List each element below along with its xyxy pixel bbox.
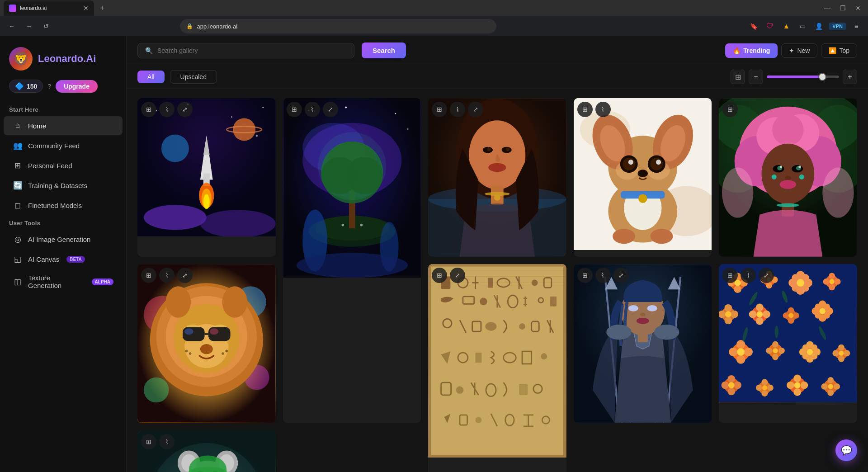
trending-button[interactable]: 🔥 Trending [725,43,778,58]
address-bar[interactable]: 🔒 app.leonardo.ai [180,19,496,33]
notification-bubble[interactable]: 💬 [835,439,857,461]
start-here-label: Start Here [0,102,126,116]
card-expand-btn-7[interactable]: ⤢ [450,268,465,283]
card-edit-btn-9[interactable]: ⌇ [741,268,756,283]
credits-amount: 150 [27,83,37,90]
svg-point-233 [744,348,753,356]
card-remix-btn-7[interactable]: ⊞ [432,268,447,283]
svg-point-66 [628,160,633,165]
gallery-card-8[interactable]: ⊞ ⌇ ⤢ [574,264,712,423]
card-edit-btn-1[interactable]: ⌇ [159,102,175,117]
upgrade-button[interactable]: Upgrade [56,80,98,93]
card-remix-btn-3[interactable]: ⊞ [432,102,447,117]
card-expand-btn-6[interactable]: ⤢ [177,268,193,283]
svg-point-135 [480,298,487,306]
tab-all[interactable]: All [137,71,165,83]
profile-button[interactable]: 👤 [812,20,825,33]
sidebar-item-community-feed[interactable]: 👥 Community Feed [4,136,123,155]
sidebar-item-texture-generation[interactable]: ◫ Texture Generation ALPHA [4,269,123,294]
card-remix-btn-6[interactable]: ⊞ [141,268,156,283]
browser-tab[interactable]: leonardo.ai ✕ [4,0,94,16]
gallery-card-10[interactable]: AI ⊞ ⌇ [137,430,276,472]
maximize-button[interactable]: ❐ [836,2,849,14]
grid-controls: ⊞ − + [731,70,857,84]
gallery-card-5[interactable]: ⊞ [719,98,857,257]
svg-point-234 [737,349,745,356]
sidebar-item-personal-feed[interactable]: ⊞ Personal Feed [4,156,123,175]
svg-rect-145 [476,353,482,363]
reload-button[interactable]: ↺ [40,20,52,33]
svg-point-199 [835,278,841,285]
card-expand-btn-8[interactable]: ⤢ [613,268,629,283]
card-remix-btn-1[interactable]: ⊞ [141,102,156,117]
tab-upscaled[interactable]: Upscaled [170,70,217,84]
sidebar-item-training-datasets[interactable]: 🔄 Training & Datasets [4,176,123,195]
svg-point-23 [407,128,408,130]
finetuned-icon: ◻ [13,200,23,210]
card-overlay-2: ⊞ ⌇ ⤢ [287,102,338,117]
svg-point-215 [788,318,794,324]
sidebar-item-home[interactable]: ⌂ Home [4,116,123,135]
brave-shield-icon[interactable]: 🛡 [764,20,776,33]
card-edit-btn-4[interactable]: ⌇ [595,102,611,117]
menu-button[interactable]: ≡ [850,20,863,33]
bookmark-button[interactable]: 🔖 [747,20,760,33]
credits-help-icon[interactable]: ? [47,83,51,90]
search-input[interactable] [157,47,347,54]
card-edit-btn-10[interactable]: ⌇ [159,434,175,449]
trending-icon: 🔥 [733,47,741,54]
sidebar-item-finetuned-label: Finetuned Models [28,202,82,209]
grid-layout-button[interactable]: ⊞ [731,70,745,84]
top-button[interactable]: 🔼 Top [821,43,857,58]
sidebar-item-finetuned-models[interactable]: ◻ Finetuned Models [4,196,123,215]
minimize-button[interactable]: — [821,2,834,14]
beta-badge: BETA [66,256,85,263]
grid-minus-button[interactable]: − [749,70,763,84]
triangle-icon[interactable]: ▲ [780,20,793,33]
svg-point-165 [628,305,638,312]
search-button[interactable]: Search [362,42,406,58]
gallery-card-9[interactable]: ⊞ ⌇ ⤢ [719,264,857,423]
new-button[interactable]: ✦ New [781,43,817,58]
vpn-badge[interactable]: VPN [829,23,846,30]
reader-mode-button[interactable]: ▭ [796,20,809,33]
card-overlay-9: ⊞ ⌇ ⤢ [722,268,774,283]
gallery-card-1[interactable]: ⊞ ⌇ ⤢ [137,98,276,257]
svg-point-15 [144,205,207,230]
gallery-card-7[interactable]: ⊞ ⤢ [428,264,566,472]
new-tab-button[interactable]: + [96,2,108,14]
gallery-card-4[interactable]: ⊞ ⌇ [574,98,712,257]
card-edit-btn-6[interactable]: ⌇ [159,268,175,283]
card-expand-btn-1[interactable]: ⤢ [177,102,193,117]
card-expand-btn-2[interactable]: ⤢ [323,102,338,117]
card-remix-btn-9[interactable]: ⊞ [722,268,738,283]
svg-point-236 [772,341,778,348]
card-edit-btn-3[interactable]: ⌇ [450,102,465,117]
card-edit-btn-2[interactable]: ⌇ [305,102,320,117]
zoom-slider[interactable] [767,76,839,78]
tab-close-button[interactable]: ✕ [83,5,89,12]
card-remix-btn-4[interactable]: ⊞ [577,102,593,117]
svg-point-6 [233,118,255,141]
back-button[interactable]: ← [5,20,18,33]
svg-point-119 [222,353,224,355]
card-remix-btn-10[interactable]: ⊞ [141,434,156,449]
card-expand-btn-3[interactable]: ⤢ [468,102,483,117]
card-edit-btn-8[interactable]: ⌇ [595,268,611,283]
sidebar-item-ai-image-generation[interactable]: ◎ AI Image Generation [4,230,123,249]
svg-point-266 [756,385,762,391]
svg-point-65 [650,158,663,170]
gallery-card-2[interactable]: ⊞ ⌇ ⤢ [283,98,421,423]
card-expand-btn-9[interactable]: ⤢ [759,268,774,283]
card-remix-btn-5[interactable]: ⊞ [722,102,738,117]
close-button[interactable]: ✕ [852,2,864,14]
forward-button[interactable]: → [23,20,35,33]
sidebar-item-ai-canvas[interactable]: ◱ AI Canvas BETA [4,250,123,269]
svg-point-267 [767,385,774,391]
gallery-card-3[interactable]: ⊞ ⌇ ⤢ [428,98,566,257]
grid-plus-button[interactable]: + [843,70,857,84]
card-remix-btn-8[interactable]: ⊞ [577,268,593,283]
gallery-card-6[interactable]: ⊞ ⌇ ⤢ [137,264,276,423]
card-remix-btn-2[interactable]: ⊞ [287,102,302,117]
svg-point-92 [780,180,796,189]
